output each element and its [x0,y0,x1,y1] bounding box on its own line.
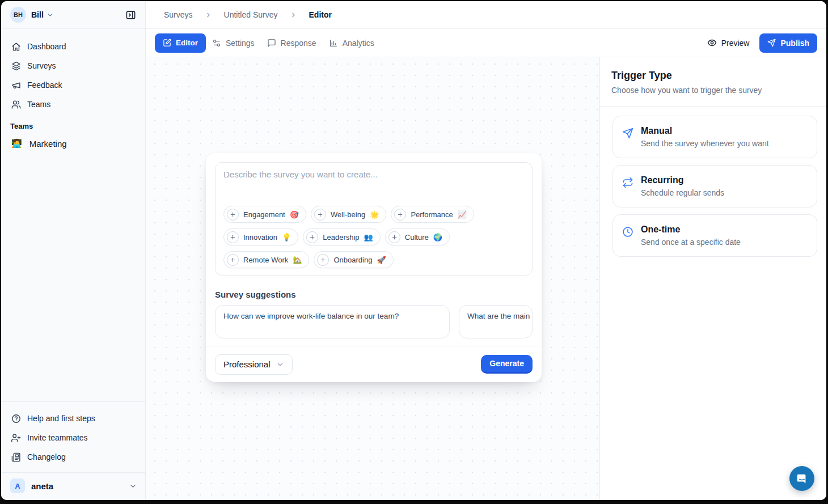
sidebar-item-changelog[interactable]: Changelog [6,447,141,467]
generate-button[interactable]: Generate [481,355,533,374]
globe-emoji-icon: 🌍 [433,233,442,242]
chip-engagement[interactable]: Engagement🎯 [223,206,306,223]
chip-innovation[interactable]: Innovation💡 [223,228,298,245]
survey-generator-card: Engagement🎯 Well-being🌟 Performance📈 Inn… [206,153,542,382]
breadcrumb-surveys[interactable]: Surveys [164,10,193,19]
teams-section-label: Teams [1,114,145,133]
intercom-chat-icon [796,472,808,485]
sidebar-item-label: Changelog [27,452,66,461]
home-icon [11,42,21,52]
user-menu[interactable]: A aneta [1,472,145,500]
breadcrumb-untitled-survey[interactable]: Untitled Survey [224,10,278,19]
sidebar-item-label: Surveys [27,61,56,70]
sidebar-item-surveys[interactable]: Surveys [6,56,141,75]
sidebar: BH Bill Dashboard Surveys Feedback [1,1,146,500]
tab-editor[interactable]: Editor [155,33,206,53]
users-icon [11,100,21,109]
chip-remote-work[interactable]: Remote Work🏡 [223,251,309,268]
chip-label: Onboarding [333,256,372,264]
chip-label: Performance [411,210,453,219]
workspace-name: Bill [31,10,44,19]
plus-icon [314,209,326,221]
tone-select[interactable]: Professional [215,354,293,375]
star-emoji-icon: 🌟 [370,210,379,219]
repeat-icon [622,177,633,197]
rocket-emoji-icon: 🚀 [377,256,386,264]
tab-response[interactable]: Response [261,33,323,53]
plus-icon [227,209,239,221]
chevron-right-icon [290,11,297,19]
generator-footer: Professional Generate [206,346,542,382]
tab-analytics[interactable]: Analytics [323,33,381,53]
megaphone-icon [11,81,21,90]
chip-leadership[interactable]: Leadership👥 [303,228,381,245]
trigger-option-description: Schedule regular sends [641,188,724,197]
trigger-option-title: Manual [641,126,769,136]
suggestion-card[interactable]: How can we improve work-life balance in … [215,305,450,338]
chip-performance[interactable]: Performance📈 [391,206,474,223]
chevron-right-icon [205,11,212,19]
trigger-option-title: One-time [641,225,741,235]
trigger-panel-header: Trigger Type Choose how you want to trig… [600,57,826,107]
trigger-option-title: Recurring [641,175,724,185]
trigger-option-manual[interactable]: Manual Send the survey whenever you want [612,116,817,158]
tab-label: Response [281,39,316,48]
workspace-switcher[interactable]: BH Bill [1,1,145,29]
chip-well-being[interactable]: Well-being🌟 [311,206,386,223]
chevron-down-icon [129,482,137,490]
sidebar-item-invite[interactable]: Invite teammates [6,428,141,447]
editor-toolbar: Editor Settings Response Analytics Previ… [146,29,826,57]
chevron-down-icon [47,11,54,19]
preview-button[interactable]: Preview [702,38,755,48]
publish-label: Publish [780,39,809,48]
tab-label: Settings [226,39,255,48]
help-circle-icon [11,414,21,423]
sidebar-item-label: Invite teammates [27,433,88,442]
trigger-option-recurring[interactable]: Recurring Schedule regular sends [612,165,817,207]
chip-label: Engagement [243,210,285,219]
breadcrumb-editor: Editor [309,10,332,19]
chip-label: Innovation [243,233,277,242]
workspace-avatar: BH [10,7,26,23]
tone-selected-value: Professional [223,359,271,369]
chat-launcher-button[interactable] [789,466,814,491]
suggestions-row: How can we improve work-life balance in … [215,305,533,338]
preview-label: Preview [721,39,750,48]
plus-icon [227,254,239,266]
suggestions-title: Survey suggestions [215,290,533,299]
trigger-option-one-time[interactable]: One-time Send once at a specific date [612,214,817,257]
editor-canvas: Engagement🎯 Well-being🌟 Performance📈 Inn… [146,57,599,500]
chip-onboarding[interactable]: Onboarding🚀 [314,251,393,268]
chip-label: Well-being [331,210,365,219]
technologist-emoji-icon: 🧑‍💻 [11,138,22,149]
sidebar-item-label: Teams [27,100,50,109]
panel-subtitle: Choose how you want to trigger the surve… [611,86,815,95]
trigger-panel: Trigger Type Choose how you want to trig… [599,57,826,500]
bar-chart-icon [329,39,338,48]
sidebar-item-marketing[interactable]: 🧑‍💻 Marketing [1,133,145,154]
collapse-sidebar-button[interactable] [122,7,138,23]
sidebar-item-label: Help and first steps [27,414,95,423]
sidebar-item-dashboard[interactable]: Dashboard [6,37,141,56]
sidebar-item-help[interactable]: Help and first steps [6,409,141,428]
bulb-emoji-icon: 💡 [282,233,291,242]
user-name: aneta [31,481,129,491]
panel-collapse-icon [125,10,136,20]
sidebar-item-feedback[interactable]: Feedback [6,75,141,95]
chip-label: Remote Work [243,256,288,264]
chat-bubble-icon [267,39,276,48]
clock-icon [622,226,633,247]
breadcrumb: Surveys Untitled Survey Editor [146,1,826,29]
plus-icon [388,231,400,243]
trigger-option-description: Send the survey whenever you want [641,139,769,148]
plus-icon [394,209,406,221]
suggestion-card[interactable]: What are the main obstacles you face in … [459,305,533,338]
house-emoji-icon: 🏡 [293,256,302,264]
chip-culture[interactable]: Culture🌍 [385,228,450,245]
sidebar-nav: Dashboard Surveys Feedback Teams [1,29,145,114]
survey-prompt-input[interactable] [223,170,524,206]
layers-icon [11,61,21,71]
tab-settings[interactable]: Settings [206,33,261,53]
sidebar-item-teams[interactable]: Teams [6,95,141,114]
publish-button[interactable]: Publish [759,33,817,53]
